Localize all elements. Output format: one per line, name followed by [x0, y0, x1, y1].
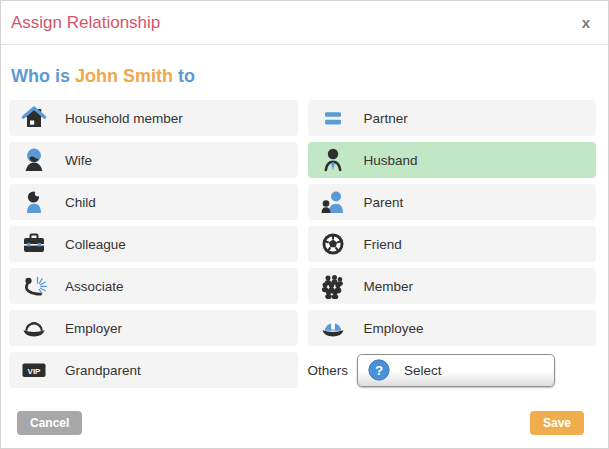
cancel-button[interactable]: Cancel: [17, 411, 82, 435]
others-row: Others ? Select: [308, 352, 597, 388]
relationship-option-label: Wife: [65, 153, 92, 168]
question-icon: ?: [367, 358, 391, 382]
relationship-option-label: Friend: [364, 237, 402, 252]
question-heading: Who is John Smith to: [11, 66, 596, 87]
options-column-left: Household memberWifeChildColleagueAssoci…: [9, 100, 298, 388]
wife-icon: [21, 147, 47, 173]
options-column-right: PartnerHusbandParentFriendMemberEmployee…: [308, 100, 597, 388]
group-icon: [320, 273, 346, 299]
relationship-option-wife[interactable]: Wife: [9, 142, 298, 178]
relationship-option-label: Member: [364, 279, 414, 294]
relationship-option-associate[interactable]: Associate: [9, 268, 298, 304]
modal-footer: Cancel Save: [9, 411, 596, 435]
relationship-option-label: Husband: [364, 153, 418, 168]
options-grid: Household memberWifeChildColleagueAssoci…: [9, 100, 596, 388]
question-suffix: to: [173, 66, 195, 86]
employee-hardhat-icon: [320, 315, 346, 341]
relationship-option-parent[interactable]: Parent: [308, 184, 597, 220]
relationship-option-label: Colleague: [65, 237, 126, 252]
relationship-option-friend[interactable]: Friend: [308, 226, 597, 262]
close-icon[interactable]: x: [582, 15, 590, 30]
assign-relationship-modal: Assign Relationship x Who is John Smith …: [0, 0, 609, 449]
relationship-option-employer[interactable]: Employer: [9, 310, 298, 346]
relationship-option-label: Associate: [65, 279, 124, 294]
relationship-option-label: Employee: [364, 321, 424, 336]
relationship-option-label: Partner: [364, 111, 408, 126]
select-label: Select: [404, 363, 442, 378]
svg-text:?: ?: [375, 363, 383, 378]
briefcase-icon: [21, 231, 47, 257]
modal-title: Assign Relationship: [11, 13, 160, 33]
relationship-option-husband[interactable]: Husband: [308, 142, 597, 178]
svg-text:VIP: VIP: [28, 367, 42, 376]
relationship-option-household-member[interactable]: Household member: [9, 100, 298, 136]
save-button[interactable]: Save: [530, 411, 584, 435]
child-icon: [21, 189, 47, 215]
others-label: Others: [308, 363, 349, 378]
relationship-option-colleague[interactable]: Colleague: [9, 226, 298, 262]
relationship-option-label: Employer: [65, 321, 122, 336]
relationship-option-label: Parent: [364, 195, 404, 210]
others-select-button[interactable]: ? Select: [357, 354, 555, 387]
vip-badge-icon: VIP: [21, 357, 47, 383]
associate-icon: [21, 273, 47, 299]
modal-header: Assign Relationship x: [1, 1, 608, 45]
relationship-option-child[interactable]: Child: [9, 184, 298, 220]
relationship-option-partner[interactable]: Partner: [308, 100, 597, 136]
soccer-ball-icon: [320, 231, 346, 257]
employer-hardhat-icon: [21, 315, 47, 341]
home-icon: [21, 105, 47, 131]
relationship-option-member[interactable]: Member: [308, 268, 597, 304]
relationship-option-label: Grandparent: [65, 363, 141, 378]
relationship-option-employee[interactable]: Employee: [308, 310, 597, 346]
parent-icon: [320, 189, 346, 215]
relationship-option-label: Household member: [65, 111, 183, 126]
relationship-option-grandparent[interactable]: VIPGrandparent: [9, 352, 298, 388]
question-prefix: Who is: [11, 66, 75, 86]
modal-body: Who is John Smith to Household memberWif…: [1, 66, 608, 435]
husband-icon: [320, 147, 346, 173]
equals-icon: [320, 105, 346, 131]
relationship-option-label: Child: [65, 195, 96, 210]
person-name: John Smith: [75, 66, 173, 86]
